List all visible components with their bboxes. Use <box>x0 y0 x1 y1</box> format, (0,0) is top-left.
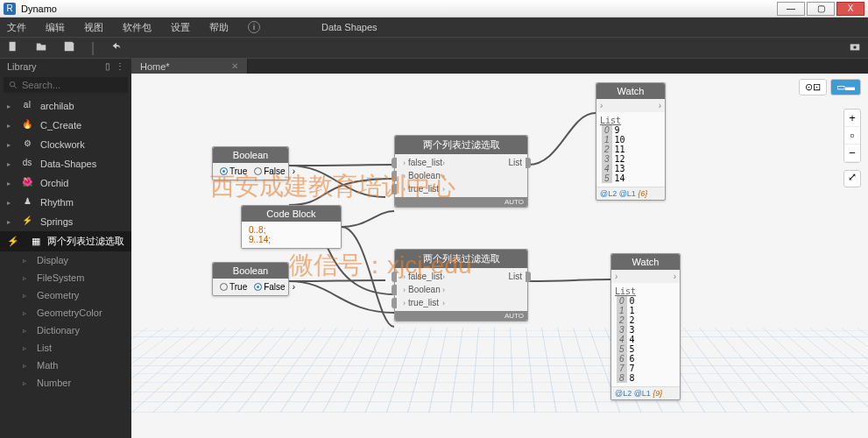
fit-view-button[interactable]: ⤢ <box>843 170 861 187</box>
minimize-button[interactable]: — <box>777 2 805 16</box>
lib-menu-icon[interactable]: ⋮ <box>116 61 124 71</box>
node-filter-2[interactable]: 两个列表过滤选取 ›false_list› ›Boolean› ›true_li… <box>394 249 528 321</box>
menu-file[interactable]: 文件 <box>7 21 26 34</box>
search-box[interactable] <box>4 77 128 93</box>
search-input[interactable] <box>22 80 109 90</box>
menu-edit[interactable]: 编辑 <box>46 21 65 34</box>
undo-icon[interactable] <box>110 40 123 56</box>
save-icon[interactable] <box>63 40 75 56</box>
radio-false[interactable]: False <box>254 166 285 176</box>
radio-false[interactable]: False <box>254 282 285 292</box>
sidebar-item[interactable]: ▸dsData-Shapes <box>0 154 131 173</box>
sidebar-item[interactable]: ▹List <box>0 339 131 357</box>
sidebar-item[interactable]: ▹GeometryColor <box>0 304 131 321</box>
grid-background <box>131 328 868 413</box>
app-title: Dynamo <box>21 4 57 14</box>
maximize-button[interactable]: ▢ <box>807 2 835 16</box>
menu-datashapes[interactable]: Data Shapes <box>321 22 378 32</box>
menu-view[interactable]: 视图 <box>84 21 103 34</box>
zoom-in-button[interactable]: + <box>844 110 860 127</box>
radio-true[interactable]: True <box>220 166 247 176</box>
sidebar-item[interactable]: ▸🔥C_Create <box>0 116 131 135</box>
close-button[interactable]: X <box>836 2 864 16</box>
lib-view-icon[interactable]: ▯ <box>105 61 110 71</box>
tab-bar: Library ▯⋮ Home* ✕ <box>0 58 868 74</box>
sidebar-item[interactable]: ▹Dictionary <box>0 321 131 339</box>
menu-packages[interactable]: 软件包 <box>123 21 152 34</box>
svg-point-2 <box>853 46 857 49</box>
library-sidebar: ▸aIarchilab▸🔥C_Create▸⚙Clockwork▸dsData-… <box>0 74 131 438</box>
node-boolean-2[interactable]: Boolean True False › <box>212 262 289 296</box>
search-icon <box>9 81 18 90</box>
radio-true[interactable]: True <box>220 282 247 292</box>
zoom-reset-button[interactable]: ▫ <box>844 127 860 145</box>
zoom-controls: + ▫ − <box>843 109 861 163</box>
node-code-block[interactable]: Code Block 0..8; 9..14; <box>241 205 342 249</box>
sidebar-item[interactable]: ▸aIarchilab <box>0 96 131 116</box>
svg-point-3 <box>10 81 15 87</box>
sidebar-item[interactable]: ▹Math <box>0 357 131 374</box>
title-bar: R Dynamo — ▢ X <box>0 0 868 18</box>
graph-canvas[interactable]: Boolean True False › Code Block 0..8; 9.… <box>131 74 868 438</box>
window-controls: — ▢ X <box>775 2 864 16</box>
node-boolean-1[interactable]: Boolean True False › <box>212 146 289 180</box>
menu-settings[interactable]: 设置 <box>171 21 190 34</box>
close-tab-icon[interactable]: ✕ <box>231 61 238 71</box>
view-toolbar: ⊙⊡ ▭▬ <box>799 79 861 95</box>
sidebar-item[interactable]: ▹Geometry <box>0 286 131 304</box>
node-watch-2[interactable]: Watch ›› List 001122334455667788 @L2 @L1… <box>610 253 681 400</box>
view-mode-1[interactable]: ⊙⊡ <box>799 79 827 95</box>
sidebar-item[interactable]: ▸⚙Clockwork <box>0 135 131 154</box>
filter-node-icon: ▦ <box>32 236 40 247</box>
sidebar-item[interactable]: ▸♟Rhythm <box>0 193 131 212</box>
bolt-icon: ⚡ <box>7 236 19 247</box>
menu-bar: 文件 编辑 视图 软件包 设置 帮助 i Data Shapes <box>0 18 868 37</box>
svg-line-4 <box>14 86 17 88</box>
info-icon[interactable]: i <box>248 21 260 33</box>
sidebar-item[interactable]: ▸🌺Orchid <box>0 173 131 193</box>
sidebar-item[interactable]: ▹Display <box>0 251 131 269</box>
library-header: Library ▯⋮ <box>0 59 131 74</box>
tab-home[interactable]: Home* ✕ <box>131 59 248 74</box>
view-mode-2[interactable]: ▭▬ <box>830 79 861 95</box>
camera-icon[interactable] <box>849 40 861 56</box>
open-icon[interactable] <box>35 40 47 56</box>
zoom-out-button[interactable]: − <box>844 145 860 162</box>
app-icon: R <box>4 3 16 15</box>
new-file-icon[interactable] <box>7 40 19 56</box>
sidebar-item[interactable]: ▸⚡Springs <box>0 212 131 231</box>
svg-rect-0 <box>10 41 16 51</box>
node-filter-1[interactable]: 两个列表过滤选取 ›false_list› ›Boolean› ›true_li… <box>394 135 528 208</box>
node-watch-1[interactable]: Watch ›› List 09110211312413514 @L2 @L1 … <box>596 82 666 201</box>
menu-help[interactable]: 帮助 <box>209 21 229 34</box>
sidebar-item[interactable]: ▹Number <box>0 374 131 392</box>
toolbar: | <box>0 37 868 58</box>
sidebar-item-selected[interactable]: ⚡ ▦ 两个列表过滤选取 <box>0 231 131 251</box>
sidebar-item[interactable]: ▹FileSystem <box>0 269 131 286</box>
